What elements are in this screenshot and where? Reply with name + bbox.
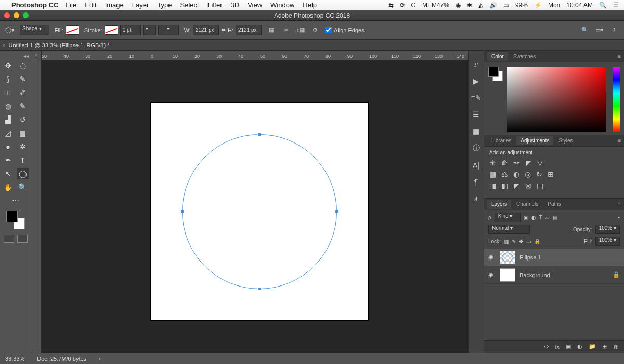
layer-thumbnail[interactable] [500, 251, 515, 264]
close-window-button[interactable] [4, 12, 10, 18]
stroke-style-select[interactable]: — ▾ [158, 25, 179, 35]
maximize-window-button[interactable] [23, 12, 29, 18]
brush-tool[interactable]: ✎ [17, 100, 29, 112]
filter-image-icon[interactable]: ▣ [524, 215, 528, 220]
menu-window[interactable]: Window [270, 1, 294, 9]
stroke-width-dropdown[interactable]: ▾ [143, 25, 156, 35]
tab-layers[interactable]: Layers [487, 200, 511, 209]
menu-edit[interactable]: Edit [85, 1, 96, 9]
layer-filter-kind[interactable]: Kind ▾ [495, 213, 521, 222]
actions-panel-icon[interactable]: ▶ [473, 77, 479, 85]
levels-icon[interactable]: ⟰ [501, 159, 508, 167]
gradient-tool[interactable]: ▦ [17, 127, 29, 139]
lock-transparency-icon[interactable]: ▩ [504, 239, 509, 244]
layer-visibility-icon[interactable]: ◉ [488, 254, 496, 261]
new-group-icon[interactable]: 📁 [589, 343, 596, 350]
menu-icon[interactable]: ☰ [613, 2, 619, 9]
transform-handle-right[interactable] [335, 210, 339, 213]
eye-icon[interactable]: ◉ [456, 2, 461, 9]
memory-indicator[interactable]: MEM47% [422, 3, 449, 7]
path-alignment-icon[interactable]: ⊫ [281, 25, 291, 35]
type-tool[interactable]: T [17, 154, 29, 166]
layer-name[interactable]: Ellipse 1 [519, 254, 541, 261]
clock-day[interactable]: Mon [548, 2, 560, 9]
eyedropper-tool[interactable]: ✐ [17, 87, 29, 98]
crop-tool[interactable]: ⌗ [2, 87, 15, 98]
lock-icon[interactable]: 🔒 [613, 271, 620, 278]
tab-styles[interactable]: Styles [554, 136, 577, 145]
tool-mode-select[interactable]: Shape ▾ [20, 25, 49, 35]
foreground-background-colors[interactable] [6, 211, 25, 229]
height-input[interactable] [236, 25, 262, 35]
doc-info[interactable]: Doc: 25.7M/0 bytes [37, 356, 86, 362]
clock-time[interactable]: 10:04 AM [566, 2, 593, 9]
menu-3d[interactable]: 3D [231, 1, 240, 9]
stroke-width-input[interactable] [120, 25, 141, 35]
workspace-select-icon[interactable]: ▭▾ [595, 25, 604, 35]
menu-view[interactable]: View [248, 1, 262, 9]
paragraph-panel-icon[interactable]: ¶ [474, 178, 478, 186]
menu-type[interactable]: Type [157, 1, 172, 9]
link-wh-icon[interactable]: ⇔ [221, 27, 226, 33]
collapse-tools-icon[interactable]: ◂◂ [23, 53, 29, 59]
marquee-tool[interactable]: ◌ [17, 60, 29, 71]
exposure-icon[interactable]: ◩ [525, 159, 532, 167]
display-icon[interactable]: ▭ [503, 2, 509, 9]
app-name[interactable]: Photoshop CC [11, 1, 58, 9]
color-balance-icon[interactable]: ⚖ [501, 170, 508, 178]
black-white-icon[interactable]: ◐ [513, 170, 519, 178]
posterize-icon[interactable]: ◧ [501, 181, 508, 190]
character-panel-icon[interactable]: A| [473, 161, 479, 170]
brushes-panel-icon[interactable]: ≡✎ [471, 94, 481, 102]
channel-mixer-icon[interactable]: ↻ [536, 170, 542, 178]
fill-swatch[interactable] [66, 25, 79, 35]
refresh-icon[interactable]: ⟳ [400, 2, 405, 9]
align-edges-checkbox[interactable]: Align Edges [325, 27, 365, 33]
color-field[interactable] [507, 67, 606, 132]
search-icon[interactable]: 🔍 [580, 25, 590, 35]
lasso-tool[interactable]: ⟆ [2, 73, 15, 85]
edit-toolbar-icon[interactable]: ⋯ [9, 195, 22, 206]
filter-smart-icon[interactable]: ▤ [553, 215, 557, 220]
clone-source-panel-icon[interactable]: ▦ [473, 127, 479, 135]
lock-all-icon[interactable]: 🔒 [534, 239, 540, 244]
menu-layer[interactable]: Layer [132, 1, 149, 9]
tab-swatches[interactable]: Swatches [509, 52, 540, 61]
adjustments-panel-menu-icon[interactable]: ≡ [618, 138, 621, 144]
lock-artboard-icon[interactable]: ▭ [526, 239, 531, 244]
filter-adjustment-icon[interactable]: ◐ [531, 215, 536, 220]
brightness-contrast-icon[interactable]: ☀ [489, 159, 496, 167]
wifi-icon[interactable]: ◭ [478, 2, 483, 9]
color-panel-menu-icon[interactable]: ≡ [618, 54, 621, 59]
glyphs-panel-icon[interactable]: 𝐴 [474, 194, 478, 203]
layer-item-ellipse[interactable]: ◉ Ellipse 1 [484, 249, 624, 266]
menu-select[interactable]: Select [180, 1, 199, 9]
new-layer-icon[interactable]: ⊞ [602, 343, 607, 350]
document-canvas[interactable] [151, 103, 368, 320]
layer-item-background[interactable]: ◉ Background 🔒 [484, 266, 624, 284]
sync-icon[interactable]: ⇆ [388, 2, 394, 9]
curves-icon[interactable]: ⫘ [513, 159, 520, 167]
volume-icon[interactable]: 🔊 [489, 2, 497, 9]
color-lookup-icon[interactable]: ⊞ [548, 170, 554, 178]
eraser-tool[interactable]: ◿ [2, 127, 15, 139]
layers-panel-menu-icon[interactable]: ≡ [618, 201, 621, 207]
add-mask-icon[interactable]: ▣ [566, 343, 571, 350]
zoom-level[interactable]: 33.33% [5, 356, 24, 362]
invert-icon[interactable]: ◨ [489, 181, 496, 190]
blend-mode-select[interactable]: Normal ▾ [488, 225, 530, 234]
transform-handle-left[interactable] [180, 210, 184, 213]
hue-slider[interactable] [613, 67, 620, 132]
bluetooth-icon[interactable]: ✱ [467, 2, 472, 9]
shape-tool-icon[interactable]: ◯▾ [5, 25, 15, 35]
share-icon[interactable]: ⤴ [609, 25, 619, 35]
ellipse-tool[interactable]: ◯ [17, 168, 29, 179]
horizontal-ruler[interactable]: 5040302010010203040506070809010011012013… [42, 51, 468, 60]
history-brush-tool[interactable]: ↺ [17, 114, 29, 125]
healing-tool[interactable]: ◍ [2, 100, 15, 112]
layer-thumbnail[interactable] [500, 268, 515, 282]
path-operations-icon[interactable]: ▦ [267, 25, 276, 35]
tab-channels[interactable]: Channels [512, 200, 542, 209]
delete-layer-icon[interactable]: 🗑 [613, 344, 619, 350]
new-adjustment-layer-icon[interactable]: ◐ [577, 343, 582, 350]
